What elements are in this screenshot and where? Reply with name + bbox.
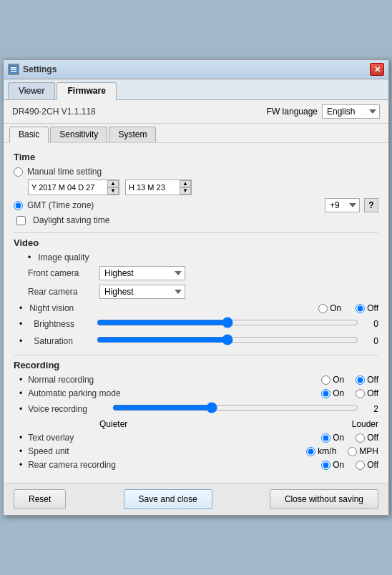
rear-camera-recording-radios: On Off	[321, 460, 378, 470]
normal-rec-on-radio[interactable]	[321, 375, 330, 385]
saturation-slider-container	[97, 334, 358, 348]
tab-basic[interactable]: Basic	[9, 127, 49, 143]
sub-tab-bar: Basic Sensitivity System	[4, 124, 388, 143]
window-close-button[interactable]: ✕	[370, 63, 384, 76]
rear-rec-on-radio[interactable]	[321, 461, 330, 470]
brightness-slider-container	[97, 317, 358, 330]
recording-section-title: Recording	[14, 360, 378, 370]
saturation-row: • Saturation 0	[14, 334, 378, 348]
speed-unit-row: • Speed unit km/h MPH	[14, 446, 378, 456]
close-without-saving-button[interactable]: Close without saving	[270, 489, 378, 509]
image-quality-label: Image quality	[38, 252, 89, 262]
time-spin-down[interactable]: ▼	[180, 187, 191, 195]
text-overlay-on-radio[interactable]	[321, 433, 330, 443]
brightness-slider[interactable]	[97, 317, 358, 328]
language-select[interactable]: English Korean Chinese Japanese	[322, 104, 380, 119]
voice-slider-container	[112, 402, 358, 416]
rear-camera-recording-label: Rear camera recording	[28, 460, 321, 470]
speed-unit-label: Speed unit	[28, 446, 306, 456]
parking-mode-label: Automatic parking mode	[28, 388, 321, 398]
saturation-label: Saturation	[34, 336, 91, 346]
brightness-row: • Brightness 0	[14, 317, 378, 330]
text-overlay-off-label[interactable]: Off	[356, 433, 378, 443]
video-section: Video • Image quality Front camera Highe…	[14, 237, 378, 348]
main-tab-bar: Viewer Firmware	[4, 79, 388, 100]
recording-section: Recording • Normal recording On Off •	[14, 360, 378, 470]
night-vision-row: • Night vision On Off	[14, 303, 378, 313]
daylight-row: Daylight saving time	[16, 215, 378, 225]
time-spin-up[interactable]: ▲	[180, 180, 191, 187]
language-selector-group: FW language English Korean Chinese Japan…	[267, 104, 380, 119]
parking-on-label[interactable]: On	[321, 388, 344, 398]
settings-window: Settings ✕ Viewer Firmware DR490-2CH V1.…	[3, 59, 389, 516]
parking-on-radio[interactable]	[321, 389, 330, 398]
parking-off-radio[interactable]	[356, 389, 365, 398]
tab-firmware[interactable]: Firmware	[57, 82, 116, 100]
voice-value: 2	[364, 404, 378, 414]
kmh-radio[interactable]	[306, 447, 315, 456]
parking-off-label[interactable]: Off	[356, 388, 378, 398]
text-overlay-radios: On Off	[321, 433, 378, 443]
front-camera-quality-select[interactable]: Highest High Normal Low	[99, 266, 185, 280]
time-input-group: H 13 M 23 ▲ ▼	[125, 180, 192, 195]
quieter-label: Quieter	[99, 419, 127, 429]
datetime-inputs-row: Y 2017 M 04 D 27 ▲ ▼ H 13 M 23 ▲ ▼	[28, 180, 378, 195]
text-overlay-row: • Text overlay On Off	[14, 433, 378, 443]
parking-mode-radios: On Off	[321, 388, 378, 398]
night-vision-off-label[interactable]: Off	[356, 303, 378, 313]
time-input[interactable]: H 13 M 23	[126, 182, 180, 193]
reset-button[interactable]: Reset	[14, 489, 66, 509]
tab-viewer[interactable]: Viewer	[8, 82, 55, 99]
brightness-label: Brightness	[34, 319, 91, 329]
front-camera-label: Front camera	[28, 268, 99, 278]
manual-time-radio[interactable]	[14, 167, 23, 177]
night-vision-on-label[interactable]: On	[318, 303, 341, 313]
rear-rec-on-label[interactable]: On	[321, 460, 344, 470]
saturation-slider[interactable]	[97, 334, 358, 345]
speed-unit-radios: km/h MPH	[306, 446, 378, 456]
parking-mode-row: • Automatic parking mode On Off	[14, 388, 378, 398]
video-section-title: Video	[14, 237, 378, 248]
normal-rec-on-label[interactable]: On	[321, 375, 344, 385]
text-overlay-off-radio[interactable]	[356, 433, 365, 443]
night-vision-on-radio[interactable]	[318, 304, 328, 313]
daylight-checkbox[interactable]	[16, 216, 26, 225]
rear-camera-recording-row: • Rear camera recording On Off	[14, 460, 378, 470]
tab-system[interactable]: System	[109, 127, 156, 142]
time-section-title: Time	[14, 152, 378, 162]
night-vision-radios: On Off	[318, 303, 378, 313]
mph-label[interactable]: MPH	[348, 446, 378, 456]
tab-sensitivity[interactable]: Sensitivity	[50, 127, 107, 142]
kmh-label[interactable]: km/h	[306, 446, 336, 456]
rear-camera-quality-select[interactable]: Highest High Normal Low	[99, 285, 185, 299]
daylight-label[interactable]: Daylight saving time	[33, 215, 109, 225]
night-vision-off-radio[interactable]	[356, 304, 365, 313]
saturation-value: 0	[364, 336, 378, 346]
date-input-group: Y 2017 M 04 D 27 ▲ ▼	[28, 180, 119, 195]
text-overlay-on-label[interactable]: On	[321, 433, 344, 443]
rear-camera-label: Rear camera	[28, 287, 99, 297]
normal-rec-off-radio[interactable]	[356, 375, 365, 385]
basic-content: Time Manual time setting Y 2017 M 04 D 2…	[4, 143, 388, 483]
date-input[interactable]: Y 2017 M 04 D 27	[29, 182, 107, 193]
title-bar: Settings ✕	[4, 60, 388, 79]
save-close-button[interactable]: Save and close	[124, 489, 212, 509]
date-spin-up[interactable]: ▲	[107, 180, 119, 187]
front-camera-row: Front camera Highest High Normal Low	[28, 266, 378, 280]
normal-rec-off-label[interactable]: Off	[356, 375, 378, 385]
rear-rec-off-label[interactable]: Off	[356, 460, 378, 470]
mph-radio[interactable]	[348, 447, 357, 456]
footer: Reset Save and close Close without savin…	[4, 483, 388, 515]
gmt-help-button[interactable]: ?	[364, 198, 378, 212]
gmt-select[interactable]: +9 +8 +10	[325, 198, 360, 212]
gmt-label[interactable]: GMT (Time zone)	[27, 200, 94, 210]
voice-slider[interactable]	[112, 402, 358, 413]
title-bar-left: Settings	[8, 64, 57, 75]
rear-rec-off-radio[interactable]	[356, 461, 365, 470]
gmt-radio[interactable]	[14, 201, 23, 210]
date-spin-down[interactable]: ▼	[107, 187, 119, 195]
voice-scale-labels: Quieter Louder	[99, 419, 378, 429]
voice-recording-label: Voice recording	[28, 404, 107, 414]
window-icon	[8, 64, 19, 75]
manual-time-label[interactable]: Manual time setting	[27, 167, 102, 177]
